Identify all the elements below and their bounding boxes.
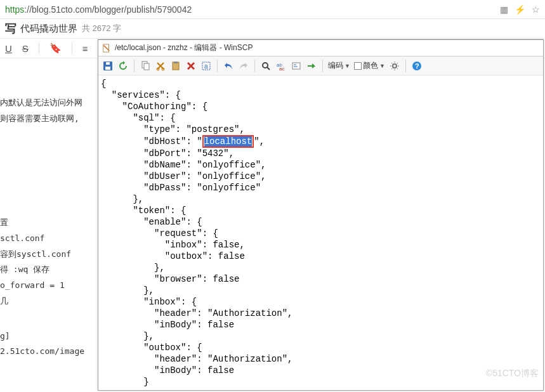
code-line: "token": { (101, 206, 186, 216)
code-line: "header": "Authorization", (101, 354, 292, 364)
svg-rect-3 (106, 62, 110, 65)
copy-icon[interactable] (138, 59, 152, 73)
caret-down-icon: ▼ (345, 63, 350, 69)
encoding-label: 编码 (328, 60, 343, 71)
toolbar-separator (254, 60, 255, 72)
article-line: g] (0, 329, 98, 344)
editor-toolbar: a abac 编码▼ 颜色▼ ? (98, 56, 543, 75)
replace-icon[interactable]: abac (274, 59, 288, 73)
undo-icon[interactable] (221, 59, 235, 73)
reload-icon[interactable] (116, 59, 130, 73)
article-line: o_forward = 1 (0, 278, 98, 294)
caret-down-icon: ▼ (379, 63, 385, 69)
code-line: "dbName": "onlyoffice", (101, 160, 266, 170)
underline-button[interactable]: U (5, 43, 12, 54)
code-line: }, (101, 331, 154, 341)
browser-actions: ▦ ⚡ ☆ (500, 4, 540, 15)
toolbar-separator (405, 60, 406, 72)
background-article-sliver: 内默认是无法访问外网 则容器需要主动联网, 置 sctl.conf 容到sysc… (0, 95, 98, 360)
code-line: } (101, 377, 149, 387)
goto-icon[interactable] (289, 59, 303, 73)
svg-point-16 (393, 64, 397, 68)
code-line: "browser": false (101, 274, 239, 284)
star-icon[interactable]: ☆ (532, 4, 540, 15)
url-scheme: https (5, 4, 24, 15)
selected-text: localhost (204, 136, 253, 147)
svg-text:a: a (204, 63, 208, 70)
paste-icon[interactable] (169, 59, 183, 73)
article-line: 2.51cto.com/image (0, 344, 98, 360)
strikethrough-button[interactable]: S (22, 43, 29, 54)
code-line: "inbox": { (101, 297, 197, 307)
code-line: "dbPass": "onlyoffice" (101, 183, 261, 193)
code-line: }, (101, 263, 165, 273)
header-slogan: 代码撬动世界 (20, 23, 77, 35)
toolbar-separator (322, 60, 323, 72)
svg-rect-5 (144, 63, 149, 70)
code-line: "type": "postgres", (101, 124, 245, 134)
svg-rect-9 (174, 62, 178, 63)
window-title: /etc/local.json - znzhz - 编辑器 - WinSCP (115, 42, 253, 53)
toolbar-separator (134, 60, 135, 72)
article-line: 得 :wq 保存 (0, 262, 98, 278)
code-line: }, (101, 194, 143, 204)
page-header: 写 代码撬动世界 共 2672 字 (0, 19, 545, 38)
delete-icon[interactable] (184, 59, 198, 73)
code-line: "inBody": false (101, 320, 234, 330)
article-line: sctl.conf (0, 231, 98, 247)
code-line-part: ", (254, 136, 265, 147)
select-all-icon[interactable]: a (199, 59, 213, 73)
code-line: "outbox": false (101, 251, 245, 261)
article-line: 几 (0, 294, 98, 310)
settings-icon[interactable] (388, 59, 402, 73)
toolbar-separator (217, 60, 218, 72)
code-line: "inBody": false (101, 365, 234, 376)
svg-rect-2 (105, 67, 110, 70)
code-line: "services": { (101, 90, 181, 100)
browser-url-bar: https://blog.51cto.com/blogger/publish/5… (0, 0, 545, 19)
article-line: 置 (0, 215, 98, 231)
url-text: https://blog.51cto.com/blogger/publish/5… (5, 4, 192, 15)
edit-file-icon (102, 44, 111, 53)
svg-rect-15 (292, 63, 300, 69)
code-line: { (101, 79, 106, 89)
encoding-dropdown[interactable]: 编码▼ (327, 60, 351, 71)
cut-icon[interactable] (154, 59, 167, 73)
svg-text:ac: ac (279, 66, 284, 71)
winscp-editor-window: /etc/local.json - znzhz - 编辑器 - WinSCP a… (98, 39, 544, 391)
code-line: }, (101, 285, 154, 296)
color-checkbox[interactable] (354, 62, 362, 70)
toolbar-divider (72, 42, 72, 54)
code-line: "header": "Authorization", (101, 308, 292, 318)
code-line: "outbox": { (101, 343, 202, 353)
color-label: 颜色 (363, 60, 378, 71)
code-line: "inbox": false, (101, 240, 245, 250)
article-line: 容到sysctl.conf (0, 247, 98, 263)
article-line: 则容器需要主动联网, (0, 111, 98, 127)
find-icon[interactable] (259, 59, 273, 73)
redo-icon[interactable] (237, 59, 251, 73)
bookmark-icon[interactable]: 🔖 (49, 42, 62, 54)
code-line: "dbUser": "onlyoffice", (101, 171, 266, 181)
editor-text-area[interactable]: { "services": { "CoAuthoring": { "sql": … (98, 75, 543, 390)
toolbar-divider (39, 42, 39, 54)
code-line: "sql": { (101, 113, 176, 123)
code-line: "enable": { (101, 217, 202, 227)
goto-line-icon[interactable] (305, 59, 318, 73)
code-line: "request": { (101, 228, 218, 238)
code-line: "dbPort": "5432", (101, 148, 234, 159)
help-icon[interactable]: ? (410, 59, 424, 73)
window-titlebar[interactable]: /etc/local.json - znzhz - 编辑器 - WinSCP (98, 40, 543, 56)
url-rest: ://blog.51cto.com/blogger/publish/579004… (24, 4, 192, 15)
bolt-icon[interactable]: ⚡ (515, 4, 525, 15)
code-line-part: "dbHost": " (101, 136, 202, 147)
highlighted-box: localhost (202, 135, 254, 148)
save-icon[interactable] (101, 59, 115, 73)
article-line: 内默认是无法访问外网 (0, 95, 98, 111)
color-toggle[interactable]: 颜色▼ (353, 60, 386, 71)
svg-point-12 (263, 63, 268, 68)
svg-text:?: ? (415, 62, 419, 70)
qr-icon[interactable]: ▦ (500, 4, 508, 15)
list-icon[interactable]: ≡ (82, 43, 88, 54)
code-line: "CoAuthoring": { (101, 101, 207, 112)
